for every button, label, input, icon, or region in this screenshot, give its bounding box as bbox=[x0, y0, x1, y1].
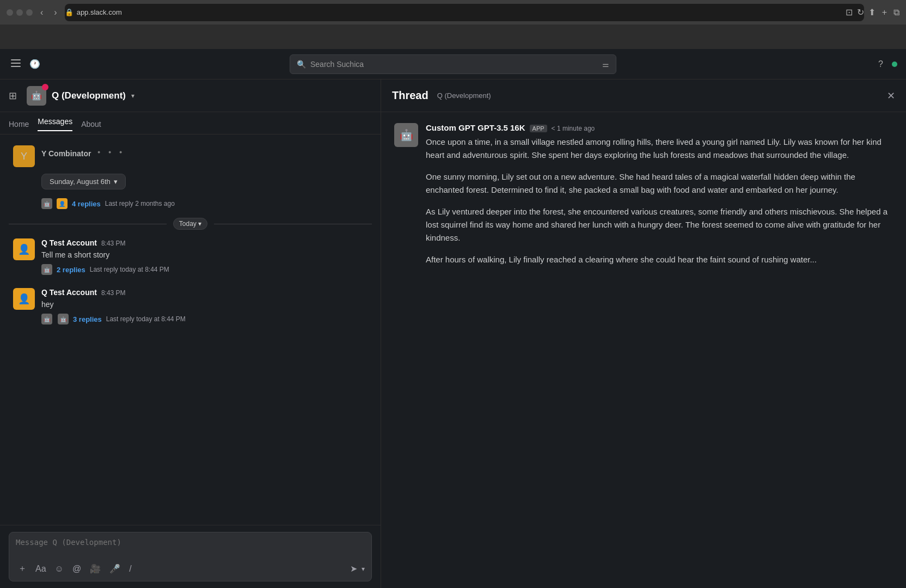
search-filter-icon[interactable]: ⚌ bbox=[602, 60, 609, 69]
message-author: Q Test Account bbox=[41, 288, 97, 297]
avatar: Y bbox=[13, 145, 35, 167]
video-button[interactable]: 🎥 bbox=[88, 562, 103, 575]
thread-message-time: < 1 minute ago bbox=[552, 125, 595, 132]
reply-last-time: Last reply today at 8:44 PM bbox=[106, 315, 186, 323]
topbar-left: 🕐 bbox=[9, 57, 96, 71]
browser-chrome: ‹ › 🔒 app.slack.com ⊡ ↻ ⬆ + ⧉ bbox=[0, 0, 906, 49]
today-badge[interactable]: Today ▾ bbox=[173, 218, 207, 230]
svg-rect-1 bbox=[11, 63, 21, 64]
thread-message-author: Custom GPT GPT-3.5 16K bbox=[426, 123, 525, 132]
avatar: 🤖 bbox=[41, 264, 52, 275]
list-item: 👤 Q Test Account 8:43 PM Tell me a short… bbox=[9, 236, 372, 277]
messages-area: Y Y Combinator ・・・ Sunday, August 6th ▾ … bbox=[0, 134, 381, 525]
reply-last-time: Last reply 2 months ago bbox=[105, 200, 175, 207]
topbar-right: ? bbox=[810, 57, 897, 71]
list-item: 👤 Q Test Account 8:43 PM hey 🤖 🤖 3 repli… bbox=[9, 286, 372, 327]
message-text: hey bbox=[41, 299, 368, 310]
back-button[interactable]: ‹ bbox=[37, 5, 46, 20]
help-btn[interactable]: ? bbox=[876, 57, 885, 71]
status-indicator bbox=[892, 62, 897, 67]
message-author: Q Test Account bbox=[41, 238, 97, 247]
close-thread-button[interactable]: ✕ bbox=[887, 90, 895, 102]
minimize-btn[interactable] bbox=[16, 9, 23, 16]
address-bar-actions: ⊡ ↻ bbox=[846, 7, 864, 17]
new-tab-btn[interactable]: + bbox=[882, 8, 887, 17]
ycombinator-replies: 🤖 👤 4 replies Last reply 2 months ago bbox=[9, 198, 372, 209]
share-btn[interactable]: ⬆ bbox=[868, 7, 876, 17]
attach-button[interactable]: ＋ bbox=[16, 562, 29, 575]
thread-message-content: Custom GPT GPT-3.5 16K APP < 1 minute ag… bbox=[426, 123, 893, 275]
message-text: Tell me a short story bbox=[41, 249, 368, 261]
reply-count[interactable]: 4 replies bbox=[72, 200, 101, 208]
sidebar-toggle-btn[interactable] bbox=[9, 57, 23, 71]
date-chevron-icon: ▾ bbox=[114, 177, 118, 186]
mention-button[interactable]: @ bbox=[70, 563, 83, 575]
reply-count[interactable]: 3 replies bbox=[73, 315, 102, 323]
avatar: 🤖 bbox=[41, 198, 52, 209]
divider-line bbox=[9, 224, 167, 224]
search-placeholder: Search Suchica bbox=[310, 60, 364, 69]
lock-icon: 🔒 bbox=[65, 8, 74, 16]
tabs-btn[interactable]: ⧉ bbox=[893, 8, 899, 17]
reply-info: 🤖 👤 4 replies Last reply 2 months ago bbox=[41, 198, 372, 209]
thread-panel: Thread Q (Development) ✕ 🤖 Custom GPT GP… bbox=[381, 79, 906, 588]
message-content: Q Test Account 8:43 PM Tell me a short s… bbox=[41, 238, 368, 275]
svg-rect-0 bbox=[11, 59, 21, 60]
sidebar-layout-icon[interactable]: ⊞ bbox=[9, 90, 17, 102]
reply-info: 🤖 🤖 3 replies Last reply today at 8:44 P… bbox=[41, 314, 368, 324]
avatar: 👤 bbox=[13, 238, 35, 260]
message-input-area: ＋ Aa ☺ @ 🎥 🎤 / ➤ ▾ bbox=[0, 525, 381, 588]
emoji-button[interactable]: ☺ bbox=[53, 563, 66, 575]
date-divider-today: Today ▾ bbox=[9, 218, 372, 230]
divider-line bbox=[214, 224, 372, 224]
forward-button[interactable]: › bbox=[51, 5, 60, 20]
thread-messages-area: 🤖 Custom GPT GPT-3.5 16K APP < 1 minute … bbox=[381, 112, 906, 588]
audio-button[interactable]: 🎤 bbox=[107, 562, 123, 575]
slack-topbar: 🕐 🔍 Search Suchica ⚌ ? bbox=[0, 49, 906, 79]
channel-notification-badge bbox=[42, 84, 48, 90]
tab-home[interactable]: Home bbox=[9, 117, 29, 134]
reader-view-btn[interactable]: ⊡ bbox=[846, 7, 853, 17]
message-time: 8:43 PM bbox=[101, 240, 126, 247]
message-input-box: ＋ Aa ☺ @ 🎥 🎤 / ➤ ▾ bbox=[9, 532, 372, 581]
message-input[interactable] bbox=[16, 538, 365, 555]
avatar: 👤 bbox=[57, 198, 68, 209]
today-chevron-icon: ▾ bbox=[198, 220, 201, 228]
send-options-button[interactable]: ▾ bbox=[362, 565, 365, 573]
history-btn[interactable]: 🕐 bbox=[27, 57, 42, 71]
send-button[interactable]: ➤ bbox=[350, 564, 357, 574]
reply-count[interactable]: 2 replies bbox=[57, 266, 85, 274]
reply-info: 🤖 2 replies Last reply today at 8:44 PM bbox=[41, 264, 368, 275]
thread-message-header: Custom GPT GPT-3.5 16K APP < 1 minute ag… bbox=[426, 123, 893, 132]
message-time: 8:43 PM bbox=[101, 289, 126, 297]
message-author: Y Combinator ・・・ bbox=[41, 145, 259, 160]
date-section-sunday: Sunday, August 6th ▾ bbox=[9, 174, 372, 189]
reload-btn[interactable]: ↻ bbox=[857, 7, 864, 17]
left-panel: ⊞ 🤖 Q (Development) ▾ Home Messages Abou… bbox=[0, 79, 381, 588]
thread-header: Thread Q (Development) ✕ bbox=[381, 79, 906, 112]
channel-nav: Home Messages About bbox=[0, 112, 381, 134]
format-text-button[interactable]: Aa bbox=[33, 563, 48, 575]
message-content: Y Combinator ・・・ bbox=[41, 145, 368, 167]
maximize-btn[interactable] bbox=[26, 9, 33, 16]
channel-name[interactable]: Q (Development) bbox=[52, 90, 126, 101]
tab-about[interactable]: About bbox=[81, 117, 101, 134]
avatar: 🤖 bbox=[41, 314, 52, 324]
search-bar[interactable]: 🔍 Search Suchica ⚌ bbox=[290, 54, 616, 74]
avatar: 👤 bbox=[13, 288, 35, 310]
close-btn[interactable] bbox=[7, 9, 13, 16]
thread-avatar: 🤖 bbox=[394, 123, 418, 147]
snippet-button[interactable]: / bbox=[127, 563, 133, 575]
address-bar[interactable]: 🔒 app.slack.com ⊡ ↻ bbox=[65, 4, 864, 21]
thread-message-paragraph-1: Once upon a time, in a small village nes… bbox=[426, 136, 893, 266]
thread-channel-name: Q (Development) bbox=[437, 91, 491, 100]
slack-app: 🕐 🔍 Search Suchica ⚌ ? ⊞ 🤖 Q (Developmen… bbox=[0, 49, 906, 588]
window-controls bbox=[7, 9, 33, 16]
channel-chevron-icon[interactable]: ▾ bbox=[131, 92, 134, 100]
tab-messages[interactable]: Messages bbox=[38, 114, 72, 131]
app-badge: APP bbox=[530, 125, 547, 132]
sunday-date-badge[interactable]: Sunday, August 6th ▾ bbox=[41, 174, 126, 189]
thread-title: Thread bbox=[392, 89, 428, 102]
message-header: Q Test Account 8:43 PM bbox=[41, 238, 368, 247]
browser-top-bar: ‹ › 🔒 app.slack.com ⊡ ↻ ⬆ + ⧉ bbox=[0, 0, 906, 24]
